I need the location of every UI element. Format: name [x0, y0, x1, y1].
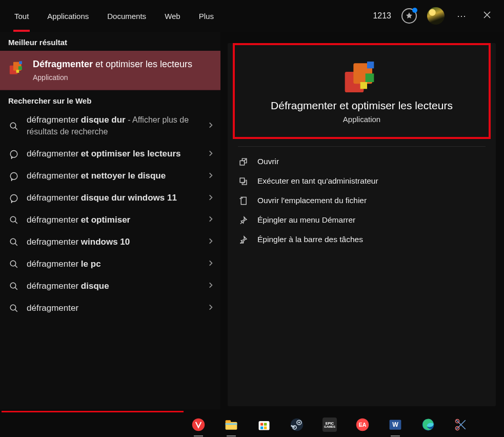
context-action[interactable]: Épingler au menu Démarrer [228, 210, 496, 230]
svg-rect-16 [365, 73, 374, 82]
chat-icon [8, 172, 19, 181]
tab-label: Documents [107, 12, 146, 21]
chevron-right-icon [207, 237, 214, 247]
chevron-right-icon [207, 150, 214, 159]
context-action[interactable]: Ouvrir [228, 152, 496, 171]
taskbar-app-snip[interactable] [452, 416, 470, 433]
taskbar-app-store[interactable] [255, 416, 273, 433]
taskbar-app-epic[interactable]: EPICGAMES [321, 416, 338, 433]
header-right: 1213 ⋯ [373, 7, 495, 25]
chevron-right-icon [207, 304, 214, 313]
svg-point-6 [10, 150, 17, 157]
search-icon [8, 282, 19, 291]
rewards-icon[interactable] [401, 8, 417, 24]
header-bar: Tout Applications Documents Web Plus 121… [0, 0, 504, 32]
best-result[interactable]: Défragmenter et optimiser les lecteurs A… [0, 51, 220, 90]
svg-point-32 [291, 419, 304, 431]
search-suggestion[interactable]: défragmenter disque [0, 275, 220, 297]
tab-label: Plus [199, 12, 214, 21]
search-icon [8, 260, 19, 269]
pinbar-icon [238, 235, 248, 244]
svg-point-34 [298, 422, 300, 424]
search-icon [8, 304, 19, 313]
chevron-right-icon [207, 194, 214, 203]
context-action[interactable]: Exécuter en tant qu'administrateur [228, 171, 496, 191]
search-icon [8, 237, 19, 247]
suggestion-text: défragmenter disque [27, 281, 200, 292]
suggestion-text: défragmenter et nettoyer le disque [27, 170, 200, 182]
context-action[interactable]: Épingler à la barre des tâches [228, 230, 496, 249]
chevron-right-icon [207, 122, 214, 131]
tab-apps[interactable]: Applications [38, 0, 98, 32]
svg-rect-24 [226, 422, 237, 430]
taskbar-app-vivaldi[interactable] [190, 416, 207, 433]
tab-all[interactable]: Tout [5, 0, 38, 32]
more-options-button[interactable]: ⋯ [455, 8, 469, 24]
svg-rect-20 [240, 178, 245, 183]
search-suggestion[interactable]: défragmenter et optimiser les lecteurs [0, 143, 220, 165]
hero-subtitle: Application [343, 115, 380, 124]
web-results-heading: Rechercher sur le Web [0, 90, 220, 109]
user-avatar[interactable] [427, 7, 445, 25]
tab-label: Web [165, 12, 180, 21]
open-icon [238, 157, 248, 166]
suggestion-text: défragmenter disque dur windows 11 [27, 192, 200, 204]
taskbar: EPICGAMES EA W [0, 412, 504, 437]
svg-point-13 [10, 305, 16, 310]
best-result-subtitle: Application [33, 73, 192, 82]
chevron-right-icon [207, 172, 214, 181]
svg-rect-17 [367, 62, 374, 68]
search-suggestion[interactable]: défragmenter le pc [0, 253, 220, 275]
svg-point-10 [10, 239, 16, 245]
search-icon [8, 122, 19, 131]
action-label: Épingler à la barre des tâches [257, 235, 363, 244]
search-suggestion[interactable]: défragmenter et optimiser [0, 209, 220, 231]
tab-documents[interactable]: Documents [98, 0, 155, 32]
svg-point-9 [10, 217, 16, 223]
detail-column: Défragmenter et optimiser les lecteurs A… [220, 32, 504, 409]
suggestion-text: défragmenter et optimiser [27, 214, 200, 226]
action-label: Exécuter en tant qu'administrateur [257, 176, 378, 186]
action-label: Ouvrir [257, 157, 279, 166]
svg-rect-30 [260, 427, 263, 429]
search-suggestion[interactable]: défragmenter disque dur - Afficher plus … [0, 109, 220, 143]
divider [238, 146, 486, 147]
tab-web[interactable]: Web [155, 0, 190, 32]
action-label: Épingler au menu Démarrer [257, 215, 355, 225]
svg-text:W: W [392, 421, 398, 428]
taskbar-app-steam[interactable] [288, 416, 306, 433]
taskbar-app-ea[interactable]: EA [354, 416, 371, 433]
close-button[interactable] [479, 7, 495, 25]
tab-more[interactable]: Plus [190, 0, 226, 32]
hero-card: Défragmenter et optimiser les lecteurs A… [233, 43, 491, 139]
svg-rect-3 [19, 61, 22, 64]
taskbar-app-explorer[interactable] [223, 416, 240, 433]
defrag-icon [8, 59, 26, 76]
svg-point-11 [10, 261, 16, 267]
svg-rect-28 [260, 423, 263, 426]
search-icon [8, 215, 19, 225]
taskbar-app-edge[interactable] [419, 416, 437, 433]
svg-text:EA: EA [359, 422, 367, 428]
context-action[interactable]: Ouvrir l'emplacement du fichier [228, 191, 496, 210]
svg-rect-25 [226, 420, 231, 423]
search-suggestion[interactable]: defragmenter windows 10 [0, 231, 220, 253]
suggestion-text: défragmenter [27, 303, 200, 314]
search-suggestion[interactable]: défragmenter et nettoyer le disque [0, 165, 220, 187]
svg-rect-4 [16, 70, 19, 73]
results-column: Meilleur résultat Défragmenter et optimi… [0, 32, 220, 409]
svg-rect-2 [18, 66, 22, 70]
chevron-right-icon [207, 282, 214, 291]
svg-point-23 [192, 419, 205, 431]
suggestion-text: défragmenter le pc [27, 259, 200, 270]
taskbar-app-word[interactable]: W [387, 416, 404, 433]
chevron-right-icon [207, 215, 214, 225]
svg-rect-31 [264, 427, 267, 429]
svg-point-7 [10, 172, 17, 180]
svg-point-12 [10, 283, 16, 289]
search-suggestion[interactable]: défragmenter disque dur windows 11 [0, 187, 220, 209]
scope-tabs: Tout Applications Documents Web Plus [0, 0, 226, 32]
search-suggestion[interactable]: défragmenter [0, 297, 220, 320]
notification-dot-icon [412, 8, 417, 13]
svg-rect-29 [264, 423, 267, 426]
